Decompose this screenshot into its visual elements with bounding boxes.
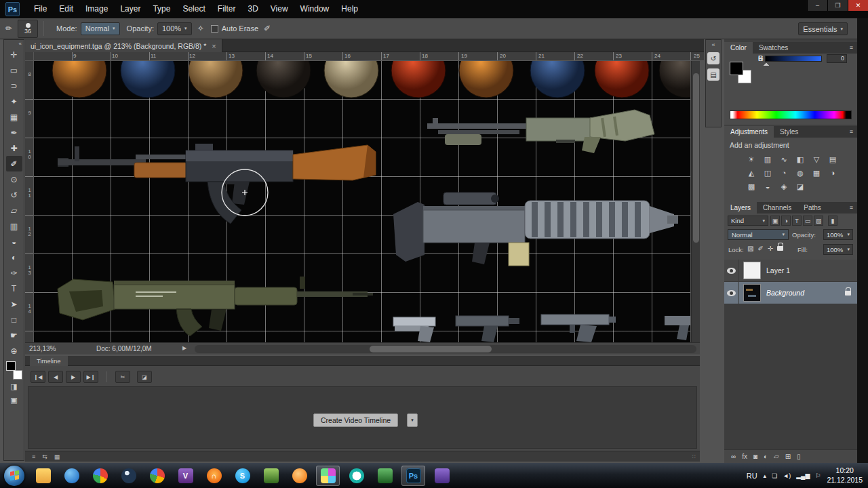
tool-zoom[interactable]: ⊕: [6, 343, 22, 359]
adjustment-channel-mixer[interactable]: ◍: [793, 167, 807, 178]
taskbar-browser[interactable]: [145, 466, 169, 486]
tab-styles[interactable]: Styles: [774, 126, 804, 138]
menu-item[interactable]: Layer: [114, 0, 146, 18]
color-channel-slider[interactable]: B 0: [758, 54, 847, 63]
previous-frame-button[interactable]: ◀: [48, 371, 63, 383]
taskbar-media-orange[interactable]: [288, 466, 311, 486]
tool-quick-selection[interactable]: ✦: [6, 94, 22, 109]
adjustment-color-lookup[interactable]: ▦: [810, 167, 823, 178]
adjustment-photo-filter[interactable]: ◔: [777, 167, 791, 178]
horizontal-scrollbar[interactable]: [195, 345, 696, 353]
tool-pen[interactable]: ✑: [6, 265, 22, 281]
adjustment-layer-icon[interactable]: ◐: [764, 453, 768, 460]
tool-blur[interactable]: ◒: [6, 234, 22, 249]
taskbar-vegas[interactable]: [344, 466, 368, 486]
current-tool-icon[interactable]: ✏: [5, 24, 12, 33]
menu-item[interactable]: Edit: [53, 0, 79, 18]
tool-hand[interactable]: ☛: [6, 327, 22, 343]
menu-item[interactable]: File: [28, 0, 53, 18]
resize-grip[interactable]: ∷: [692, 453, 696, 460]
tool-brush[interactable]: ✐: [6, 156, 22, 171]
adjustment-gradient-map[interactable]: ◪: [793, 181, 807, 192]
menu-item[interactable]: Filter: [212, 0, 242, 18]
adjustment-threshold[interactable]: ◒: [761, 181, 774, 192]
tool-healing-brush[interactable]: ✚: [6, 140, 22, 156]
tool-move[interactable]: ✛: [6, 47, 22, 62]
layer-name[interactable]: Background: [766, 289, 804, 297]
link-layers-icon[interactable]: ∞: [731, 453, 736, 460]
filter-pixel-layers-icon[interactable]: ▣: [770, 216, 780, 226]
adjustment-posterize[interactable]: ▩: [745, 181, 758, 192]
adjustment-curves[interactable]: ∿: [777, 154, 791, 165]
pressure-icon[interactable]: ✐: [264, 24, 271, 33]
layer-thumbnail[interactable]: [743, 284, 761, 302]
first-frame-button[interactable]: ❙◀: [31, 371, 45, 383]
menu-item[interactable]: Type: [146, 0, 176, 18]
taskbar-skype[interactable]: S: [231, 466, 254, 486]
taskbar-viber[interactable]: V: [174, 466, 197, 486]
brush-preset-picker[interactable]: 36: [18, 20, 38, 38]
layer-row[interactable]: Layer 1: [724, 260, 857, 282]
collapse-tools-button[interactable]: «: [19, 41, 22, 47]
document-canvas[interactable]: [34, 61, 690, 342]
properties-panel-icon[interactable]: ▤: [707, 68, 719, 81]
language-indicator[interactable]: RU: [747, 472, 757, 480]
layer-visibility-cell[interactable]: [724, 260, 739, 282]
layer-filtering-toggle[interactable]: ▮: [828, 216, 837, 226]
opacity-select[interactable]: 100% ▾: [157, 22, 192, 35]
panel-menu-icon[interactable]: ≡: [846, 42, 857, 54]
lock-transparency-icon[interactable]: ▨: [747, 245, 753, 252]
tray-network-icon[interactable]: ▂▄▆: [796, 472, 810, 479]
horizontal-scrollbar-thumb[interactable]: [370, 346, 492, 352]
timeline-tab[interactable]: Timeline: [30, 356, 68, 366]
delete-layer-icon[interactable]: ▯: [797, 453, 801, 460]
taskbar-spreadsheet[interactable]: [373, 466, 397, 486]
mode-select[interactable]: Normal ▾: [81, 22, 120, 35]
tool-gradient[interactable]: ▥: [6, 218, 22, 234]
layer-mask-icon[interactable]: ◙: [753, 453, 757, 460]
tool-lasso[interactable]: ⊃: [6, 78, 22, 94]
collapse-panels-button[interactable]: «: [707, 41, 719, 48]
vertical-scrollbar[interactable]: [691, 61, 700, 342]
auto-erase-option[interactable]: Auto Erase: [211, 24, 258, 33]
tool-marquee[interactable]: ▭: [6, 62, 22, 78]
screen-mode-button[interactable]: ▣: [6, 393, 22, 407]
taskbar-photoshop[interactable]: Ps: [401, 466, 425, 486]
adjustment-levels[interactable]: ▥: [761, 154, 774, 165]
foreground-color-swatch[interactable]: [6, 361, 16, 371]
filter-type-layers-icon[interactable]: T: [792, 216, 802, 226]
taskbar-explorer[interactable]: [31, 466, 55, 486]
split-clip-button[interactable]: ✂: [115, 371, 130, 383]
next-frame-button[interactable]: ▶❙: [83, 371, 98, 383]
adjustment-black-white[interactable]: ◫: [761, 167, 774, 178]
create-video-timeline-button[interactable]: Create Video Timeline: [313, 413, 398, 427]
tool-eraser[interactable]: ▱: [6, 203, 22, 218]
close-tab-icon[interactable]: ×: [212, 42, 216, 50]
workspace-switcher[interactable]: Essentials ▾: [798, 22, 848, 35]
filter-smart-objects-icon[interactable]: ▧: [814, 216, 823, 226]
history-panel-icon[interactable]: ↺: [707, 52, 719, 64]
tool-eyedropper[interactable]: ✒: [6, 125, 22, 140]
taskbar-chrome[interactable]: [88, 466, 112, 486]
adjustment-color-balance[interactable]: ◭: [745, 167, 758, 178]
tab-channels[interactable]: Channels: [757, 202, 797, 214]
tool-path-selection[interactable]: ➤: [6, 296, 22, 312]
layer-thumbnail[interactable]: [743, 262, 761, 279]
tab-layers[interactable]: Layers: [724, 202, 757, 214]
document-tab[interactable]: ui_icon_equipment.tga @ 213% (Background…: [25, 39, 222, 52]
create-timeline-dropdown[interactable]: ▾: [407, 413, 418, 427]
tool-clone-stamp[interactable]: ⊙: [6, 171, 22, 187]
tray-hidden-icons[interactable]: ▴: [764, 472, 767, 479]
tray-flag-icon[interactable]: ⚐: [815, 472, 821, 479]
tab-swatches[interactable]: Swatches: [753, 42, 794, 54]
layer-visibility-cell[interactable]: [724, 282, 739, 304]
adjustment-selective-color[interactable]: ◈: [777, 181, 791, 192]
transition-button[interactable]: ◪: [137, 371, 152, 383]
taskbar-clock[interactable]: 10:20 21.12.2015: [827, 466, 863, 484]
auto-erase-checkbox[interactable]: [211, 25, 218, 33]
tool-crop[interactable]: ▦: [6, 109, 22, 125]
taskbar-purple-app[interactable]: [430, 466, 454, 486]
timeline-settings-icon[interactable]: ▦: [54, 453, 60, 460]
blend-mode-select[interactable]: Normal ▾: [728, 229, 789, 240]
channel-slider-track[interactable]: [765, 56, 822, 62]
